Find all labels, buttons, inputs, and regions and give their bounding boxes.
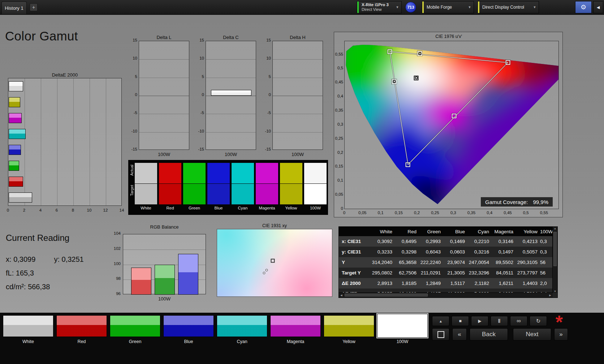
add-tab-button[interactable]: +: [30, 3, 38, 11]
history-tab[interactable]: History 1: [1, 1, 27, 14]
pattern-button-100w[interactable]: [377, 314, 428, 338]
table-cell: 2,1182: [467, 281, 492, 286]
bar-green: [9, 161, 19, 171]
axis-tick-label: 14: [120, 208, 124, 212]
cie1976-panel: CIE 1976 u'v': [334, 32, 563, 217]
gridline: [123, 250, 206, 250]
pattern-button-magenta[interactable]: [270, 315, 321, 337]
axis-tick-label: 6: [56, 208, 58, 212]
axis-tick-label: 2: [23, 208, 25, 212]
chromaticity-diagram: [345, 41, 558, 209]
gamut-coverage-label: Gamut Coverage: 99,9%: [481, 197, 553, 207]
pattern-button-white[interactable]: [3, 315, 53, 337]
scroll-up-icon[interactable]: ▲: [553, 227, 557, 230]
table-cell: 232,3296: [467, 270, 492, 276]
table-cell: 247,0054: [467, 260, 492, 265]
scrollbar-thumb[interactable]: [553, 232, 557, 266]
collapse-panel-button[interactable]: ◀: [593, 1, 603, 13]
marker-yellow: [418, 51, 422, 56]
table-header-cell: Cyan: [467, 229, 492, 234]
pattern-up-button[interactable]: ▲: [432, 316, 449, 326]
gridline: [273, 78, 323, 78]
axis-tick-label: 0,3: [450, 211, 456, 215]
axis-tick-label: 0,45: [334, 80, 343, 84]
first-button[interactable]: «: [452, 328, 467, 341]
marker-magenta: [452, 114, 456, 118]
table-cell: 0,5057: [516, 249, 540, 255]
scroll-down-icon[interactable]: ▼: [553, 290, 557, 292]
scrollbar-thumb[interactable]: [345, 294, 428, 296]
table-row: Y314,204065,3658222,224023,9074247,00548…: [339, 257, 557, 268]
pattern-button-green[interactable]: [110, 315, 160, 337]
alert-asterisk-icon[interactable]: *: [551, 312, 568, 330]
loop-button[interactable]: ∞: [510, 316, 527, 326]
gridline: [139, 114, 189, 114]
up-arrow-icon: ▲: [439, 319, 443, 323]
stop-button[interactable]: ■: [452, 316, 469, 326]
table-cell: 0,3216: [467, 249, 492, 255]
axis-tick-label: 4: [39, 208, 42, 212]
deltae2000-x-axis: 02468101214: [8, 208, 122, 214]
reading-cd-value: 566,38: [28, 283, 50, 291]
marker-red-primary: [505, 60, 510, 65]
pause-button[interactable]: ‖: [491, 316, 508, 326]
settings-button[interactable]: ⚙: [575, 1, 592, 13]
refresh-button[interactable]: ↻: [530, 316, 547, 326]
axis-tick-label: 0,35: [334, 108, 343, 112]
last-button[interactable]: »: [554, 328, 568, 341]
table-vertical-scrollbar[interactable]: ▲ ▼: [552, 227, 557, 293]
source-dropdown[interactable]: Mobile Forge ▼: [422, 1, 474, 13]
axis-tick-label: 0,05: [334, 192, 343, 196]
pattern-button-blue[interactable]: [163, 315, 214, 337]
pattern-button-label: 100W: [377, 339, 428, 344]
axis-tick-label: 0,3: [334, 122, 343, 126]
pattern-button-label: Blue: [163, 339, 214, 344]
marker-cyan: [392, 79, 397, 84]
table-cell: 0,1497: [492, 249, 516, 255]
axis-tick-label: 0,25: [334, 136, 343, 140]
axis-tick-label: 0: [334, 206, 343, 211]
next-button[interactable]: Next: [513, 328, 551, 341]
chevron-down-icon: ▼: [466, 5, 474, 9]
target-swatch-cyan: [232, 184, 254, 204]
table-horizontal-scrollbar[interactable]: ◀ ▶: [339, 292, 553, 298]
axis-tick-label: -15: [264, 147, 271, 151]
axis-tick-label: 0: [264, 92, 271, 97]
pattern-window-button[interactable]: [432, 328, 449, 341]
marker-measure-dot-1: [265, 269, 268, 271]
actual-swatch-blue: [207, 163, 230, 183]
table-row-label: Target Y: [339, 270, 371, 276]
target-swatch-red: [159, 184, 181, 204]
bar-blue: [178, 254, 198, 295]
axis-tick-label: 102: [110, 246, 121, 251]
pattern-button-cyan[interactable]: [217, 315, 267, 337]
pattern-button-red[interactable]: [56, 315, 107, 337]
target-swatch-green: [183, 184, 206, 204]
scroll-left-icon[interactable]: ◀: [339, 293, 344, 298]
strip-column-label: Red: [159, 206, 181, 210]
deltae2000-chart: DeltaE 2000 02468101214: [8, 72, 122, 214]
strip-column-label: Yellow: [280, 206, 302, 210]
back-button[interactable]: Back: [470, 328, 508, 341]
play-button[interactable]: ▶: [471, 316, 488, 326]
table-header-cell: Red: [395, 229, 419, 234]
chart-title: CIE 1976 u'v': [334, 34, 563, 39]
table-header-cell: Magenta: [492, 229, 516, 234]
axis-tick-label: 0,1: [334, 178, 343, 182]
scroll-right-icon[interactable]: ▶: [548, 293, 553, 298]
table-cell: 1,6211: [492, 281, 516, 286]
marker-blue-primary: [406, 162, 410, 167]
deltae2000-plot: [8, 78, 122, 206]
pattern-button-label: Green: [110, 339, 160, 344]
table-cell: 0,4213: [516, 239, 540, 244]
pattern-button-yellow[interactable]: [324, 315, 374, 337]
x-axis-label: 100W: [139, 152, 189, 157]
display-control-dropdown[interactable]: Direct Display Control ▼: [478, 1, 539, 13]
axis-tick-label: 0,05: [358, 211, 366, 215]
table-row-label: Y: [339, 260, 371, 265]
measurement-table-body: WhiteRedGreenBlueCyanMagentaYellow100Wx:…: [339, 227, 557, 298]
meter-dropdown[interactable]: X-Rite i1Pro 3 Direct View ▼: [357, 1, 402, 13]
display-control-label: Direct Display Control: [478, 5, 531, 10]
gamut-coverage-value: 99,9%: [533, 199, 548, 205]
chart-title: RGB Balance: [123, 224, 206, 230]
